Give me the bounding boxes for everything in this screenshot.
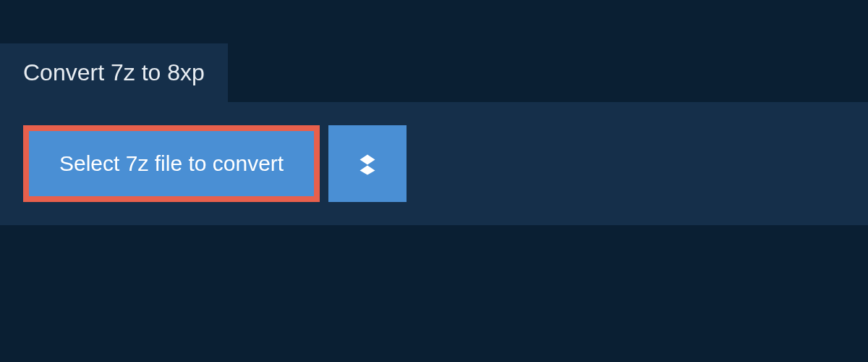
select-file-button[interactable]: Select 7z file to convert	[23, 125, 320, 202]
page-title: Convert 7z to 8xp	[23, 59, 205, 86]
dropbox-icon	[352, 147, 383, 180]
upload-panel: Select 7z file to convert	[0, 102, 868, 225]
select-file-label: Select 7z file to convert	[59, 151, 284, 176]
tab-header: Convert 7z to 8xp	[0, 43, 228, 102]
dropbox-button[interactable]	[328, 125, 407, 202]
button-row: Select 7z file to convert	[23, 125, 845, 202]
